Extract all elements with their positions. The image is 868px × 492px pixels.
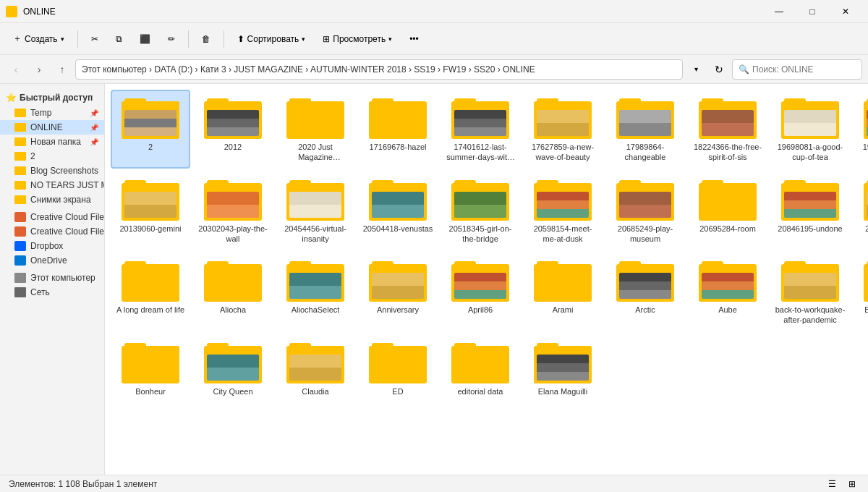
list-item[interactable]: ED (358, 334, 438, 402)
list-item[interactable]: 2020 Just Magazine Magdalena Czajka-2020… (276, 90, 355, 169)
list-item[interactable]: 20518345-girl-on-the-bridge (441, 171, 520, 250)
address-path[interactable]: Этот компьютер › DATA (D:) › Кати 3 › JU… (75, 59, 683, 80)
grid-view-button[interactable]: ⊞ (845, 477, 859, 491)
list-item[interactable]: 20598154-meet-me-at-dusk (523, 171, 603, 250)
sidebar-item-notears[interactable]: NO TEARS JUST MA (0, 178, 104, 192)
forward-button[interactable]: › (29, 59, 49, 80)
list-item[interactable]: 21139877-vital-energy (853, 171, 868, 250)
list-item[interactable]: 20302043-play-the-wall (193, 171, 273, 250)
list-item[interactable]: Elana Maguilli (523, 334, 603, 402)
sidebar-item-creative2[interactable]: Creative Cloud Files (0, 224, 104, 239)
rename-button[interactable]: ✏ (161, 30, 182, 48)
file-name-label: Bonheur (135, 386, 166, 396)
list-item[interactable]: 20685249-play-museum (605, 171, 685, 250)
file-grid: 2 2012 2020 Just Magazine Magdalena Czaj… (111, 90, 862, 402)
plus-icon: ＋ (13, 33, 22, 45)
file-name-label: 20695284-room (699, 224, 756, 234)
search-input[interactable] (752, 64, 856, 75)
list-item[interactable]: 2 (111, 90, 190, 169)
minimize-button[interactable]: — (762, 0, 796, 23)
sidebar-item-label: Новая папка (30, 137, 81, 147)
list-item[interactable]: 2012 (193, 90, 273, 169)
create-label: Создать (25, 34, 58, 44)
cut-icon: ✂ (91, 34, 98, 44)
delete-button[interactable]: 🗑 (195, 30, 218, 48)
sidebar-item-screenshots[interactable]: Снимки экрана (0, 192, 104, 207)
folder-thumbnail-icon (204, 258, 262, 302)
create-button[interactable]: ＋ Создать ▾ (6, 28, 72, 49)
address-dropdown-button[interactable]: ▾ (686, 59, 706, 80)
close-button[interactable]: ✕ (829, 0, 862, 23)
maximize-button[interactable]: □ (796, 0, 829, 23)
back-button[interactable]: ‹ (6, 59, 26, 80)
more-button[interactable]: ••• (402, 30, 426, 48)
list-item[interactable]: 17989864-changeable (605, 90, 685, 169)
sort-button[interactable]: ⬆ Сортировать ▾ (230, 30, 313, 48)
list-view-button[interactable]: ☰ (825, 477, 839, 491)
list-item[interactable]: 18224366-the-free-spirit-of-sis (688, 90, 767, 169)
cut-button[interactable]: ✂ (84, 30, 106, 48)
sidebar-item-onedrive[interactable]: OneDrive (0, 253, 104, 268)
sidebar-item-label: Blog Screenshots (30, 166, 98, 176)
sidebar-item-label: ONLINE (30, 122, 63, 132)
file-name-label: A long dream of life (116, 305, 184, 315)
list-item[interactable]: AliochaSelect (276, 253, 355, 331)
sidebar-item-creative1[interactable]: Creative Cloud Files (0, 210, 104, 224)
onedrive-icon (14, 255, 26, 266)
list-item[interactable]: 20454456-virtual-insanity (276, 171, 355, 250)
view-button[interactable]: ⊞ Просмотреть ▾ (315, 30, 399, 48)
list-item[interactable]: Arctic (605, 253, 685, 331)
sidebar-item-blog[interactable]: Blog Screenshots (0, 164, 104, 178)
sidebar-item-label: Dropbox (30, 241, 63, 251)
quick-access-label: Быстрый доступ (20, 93, 93, 103)
list-item[interactable]: Anniversary (358, 253, 438, 331)
list-item[interactable]: City Queen (193, 334, 273, 402)
list-item[interactable]: 19813512-gefion (853, 90, 868, 169)
up-button[interactable]: ↑ (52, 59, 72, 80)
list-item[interactable]: Arami (523, 253, 603, 331)
sidebar-item-network[interactable]: Сеть (0, 285, 104, 300)
statusbar-right: ☰ ⊞ (825, 477, 859, 491)
sort-chevron-icon: ▾ (302, 35, 305, 43)
list-item[interactable]: Bedtime Stories (853, 253, 868, 331)
refresh-button[interactable]: ↻ (709, 59, 729, 80)
sidebar-item-computer[interactable]: Этот компьютер (0, 271, 104, 285)
list-item[interactable]: 20504418-venustas (358, 171, 438, 250)
list-item[interactable]: 17169678-hazel (358, 90, 438, 169)
folder-thumbnail-icon (699, 96, 757, 139)
list-item[interactable]: back-to-workquake-after-pandemic (770, 253, 850, 331)
list-item[interactable]: Claudia (276, 334, 355, 402)
list-item[interactable]: A long dream of life (111, 253, 190, 331)
computer-icon (14, 273, 26, 283)
sidebar-item-2[interactable]: 2 (0, 149, 104, 164)
list-item[interactable]: Aube (688, 253, 767, 331)
folder-icon (14, 181, 26, 190)
list-item[interactable]: 17401612-last-summer-days-with-julia (441, 90, 520, 169)
list-item[interactable]: Aliocha (193, 253, 273, 331)
sidebar: ⭐ Быстрый доступ Temp 📌 ONLINE 📌 Новая п… (0, 84, 105, 475)
file-name-label: 17989864-changeable (610, 142, 681, 163)
app-icon (6, 6, 17, 17)
folder-thumbnail-icon (534, 96, 592, 139)
list-item[interactable]: 20695284-room (688, 171, 767, 250)
file-name-label: Aube (718, 305, 737, 315)
dropbox-icon (14, 241, 26, 251)
list-item[interactable]: April86 (441, 253, 520, 331)
network-icon (14, 287, 26, 297)
quick-access-header[interactable]: ⭐ Быстрый доступ (0, 90, 104, 106)
paste-button[interactable]: ⬛ (132, 30, 158, 48)
list-item[interactable]: 19698081-a-good-cup-of-tea (770, 90, 850, 169)
sidebar-item-dropbox[interactable]: Dropbox (0, 239, 104, 253)
sidebar-item-new-folder[interactable]: Новая папка 📌 (0, 135, 104, 149)
pin-icon: 📌 (90, 138, 98, 146)
sidebar-item-temp[interactable]: Temp 📌 (0, 106, 104, 120)
copy-button[interactable]: ⧉ (109, 30, 129, 48)
file-name-label: 20846195-undone (778, 224, 842, 234)
list-item[interactable]: 17627859-a-new-wave-of-beauty (523, 90, 603, 169)
sidebar-item-online[interactable]: ONLINE 📌 (0, 120, 104, 135)
list-item[interactable]: 20846195-undone (770, 171, 850, 250)
list-item[interactable]: 20139060-gemini (111, 171, 190, 250)
list-item[interactable]: Bonheur (111, 334, 190, 402)
list-item[interactable]: editorial data (441, 334, 520, 402)
search-box[interactable]: 🔍 (732, 59, 862, 80)
